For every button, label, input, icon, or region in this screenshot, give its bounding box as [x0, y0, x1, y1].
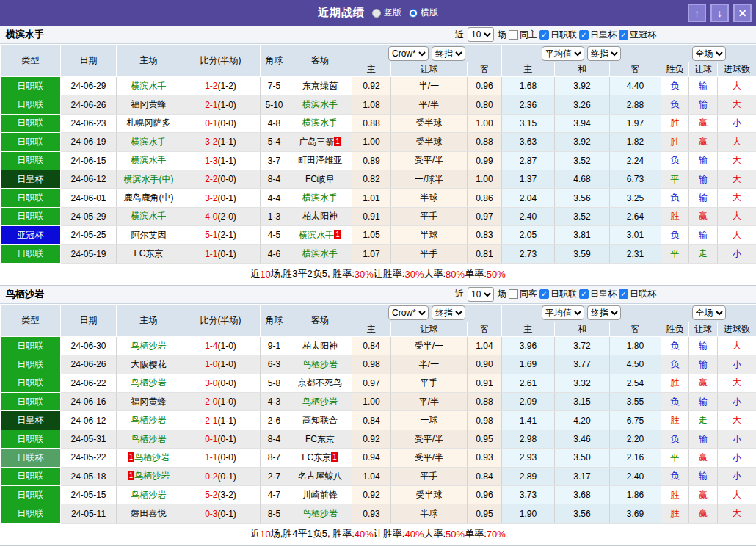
games-count-select[interactable]: 10: [468, 27, 494, 42]
match-row: 日职联24-06-19横滨水手3-2(1-1)5-4广岛三箭11.00受半球0.…: [1, 133, 756, 151]
goals-verdict: 大: [718, 133, 756, 151]
crow-handicap: 平手: [391, 467, 468, 485]
avg-away-odds: 2.20: [610, 430, 661, 448]
up-arrow-icon: ↑: [694, 7, 699, 19]
avg-away-odds: 3.55: [610, 393, 661, 411]
corner-count: 4-6: [261, 244, 288, 263]
league-filter[interactable]: 日联杯: [619, 288, 656, 300]
handicap-verdict: 输: [689, 226, 718, 244]
result-verdict: 平: [661, 449, 689, 467]
col-home: 主场: [117, 45, 181, 77]
away-team-cell: 横滨水手: [288, 189, 352, 207]
goals-verdict: 小: [718, 114, 756, 132]
avg-home-odds: 2.36: [502, 95, 555, 114]
col-crow-handicap: 让球: [391, 62, 468, 77]
move-down-button[interactable]: ↓: [710, 4, 729, 22]
crow-home-odds: 0.94: [352, 449, 391, 467]
team-name: 名古屋鲸八: [298, 471, 342, 481]
scope-select[interactable]: 全场: [692, 46, 726, 61]
fulltime-score: 2-2: [205, 174, 217, 184]
same-venue-filter[interactable]: 同客: [509, 288, 537, 300]
col-crow-home: 主: [352, 62, 391, 77]
same-venue-filter[interactable]: 同主: [509, 29, 537, 41]
team-name: 横滨水手: [302, 117, 338, 128]
league-filter[interactable]: 日职联: [539, 288, 577, 300]
avg-home-odds: 2.40: [502, 207, 555, 225]
competition-type-badge: 日皇杯: [1, 411, 61, 430]
league-filters: 日职联日皇杯日联杯: [539, 288, 656, 300]
league-filter[interactable]: 日皇杯: [579, 288, 617, 300]
fulltime-score: 3-0: [205, 378, 217, 388]
layout-horizontal-radio[interactable]: 横版: [409, 7, 438, 19]
handicap-verdict: 输: [689, 170, 718, 188]
radio-selected-icon[interactable]: [409, 9, 418, 18]
crow-away-odds: 0.96: [468, 77, 502, 95]
red-card-badge: 1: [128, 471, 135, 480]
average-stage-select[interactable]: 终指: [587, 305, 621, 320]
radio-unselected-icon[interactable]: [372, 9, 381, 18]
checkbox-checked-icon[interactable]: [539, 289, 549, 299]
corner-count: 5-8: [261, 374, 288, 392]
average-odds-group: 平均值终指: [502, 45, 661, 62]
average-select[interactable]: 平均值: [542, 305, 584, 320]
layout-vertical-radio[interactable]: 竖版: [372, 7, 401, 19]
score-cell: 1-1(0-0): [181, 449, 261, 467]
bookmaker-stage-select[interactable]: 终指: [432, 305, 465, 320]
home-team-cell: 横滨水手: [117, 207, 181, 225]
score-cell: 5-2(3-2): [181, 486, 261, 504]
home-team-cell: 横滨水手(中): [117, 170, 181, 188]
match-date: 24-06-19: [61, 133, 117, 151]
checkbox-checked-icon[interactable]: [619, 30, 628, 40]
league-filter[interactable]: 日皇杯: [579, 29, 617, 41]
halftime-score: (1-0): [218, 396, 236, 407]
league-filter[interactable]: 亚冠杯: [619, 29, 656, 41]
col-crow-away: 客: [468, 62, 502, 77]
goals-verdict: 大: [718, 170, 756, 188]
team-name: 柏太阳神: [302, 341, 338, 351]
average-stage-select[interactable]: 终指: [587, 46, 621, 61]
summary-text: 场,胜4平1负5, 胜率:: [271, 527, 355, 540]
competition-type-badge: 日职联: [1, 504, 61, 523]
titlebar-center: 近期战绩 竖版 横版: [318, 6, 438, 20]
games-unit-label: 场: [498, 288, 506, 300]
move-up-button[interactable]: ↑: [688, 4, 706, 22]
score-cell: 5-1(2-1): [181, 226, 261, 244]
bookmaker-stage-select[interactable]: 终指: [432, 46, 465, 61]
checkbox-unchecked-icon[interactable]: [509, 30, 518, 40]
competition-type-badge: 日职联: [1, 133, 61, 151]
bookmaker-select[interactable]: Crow*: [388, 46, 429, 61]
match-row: 日职联24-06-30鸟栖沙岩1-4(1-0)9-1柏太阳神0.84受半/一1.…: [1, 336, 756, 355]
summary-stat-value: 10: [260, 269, 270, 280]
close-button[interactable]: ✕: [733, 4, 752, 22]
checkbox-checked-icon[interactable]: [619, 289, 628, 299]
corner-count: 4-5: [261, 226, 288, 244]
games-count-select[interactable]: 10: [468, 287, 494, 302]
checkbox-unchecked-icon[interactable]: [509, 289, 518, 299]
col-date: 日期: [61, 45, 117, 77]
near-label: 近: [455, 29, 464, 41]
team-name: 鸟栖沙岩: [302, 359, 338, 369]
handicap-verdict: 输: [689, 151, 718, 170]
summary-text: 让胜率:: [374, 527, 405, 540]
match-row: 日职联24-05-31鸟栖沙岩0-1(0-1)8-4FC东京0.92受平/半0.…: [1, 430, 756, 448]
bookmaker-select[interactable]: Crow*: [388, 305, 429, 320]
fulltime-score: 3-2: [205, 193, 217, 203]
home-team-cell: 横滨水手: [117, 151, 181, 170]
goals-verdict: 大: [718, 374, 756, 392]
team-name: FC岐阜: [305, 174, 335, 184]
competition-type-badge: 日职联: [1, 393, 61, 411]
goals-verdict: 小: [718, 467, 756, 485]
team-name: 柏太阳神: [302, 211, 338, 221]
scope-select[interactable]: 全场: [692, 305, 726, 320]
competition-type-badge: 日职联: [1, 374, 61, 392]
fulltime-score: 3-2: [205, 137, 217, 147]
crow-away-odds: 0.88: [468, 393, 502, 411]
checkbox-checked-icon[interactable]: [579, 30, 589, 40]
average-select[interactable]: 平均值: [542, 46, 584, 61]
checkbox-checked-icon[interactable]: [579, 289, 589, 299]
summary-stat-value: 80%: [446, 269, 465, 280]
league-filter[interactable]: 日职联: [539, 29, 577, 41]
goals-verdict: 大: [718, 189, 756, 207]
checkbox-checked-icon[interactable]: [539, 30, 549, 40]
handicap-verdict: 输: [689, 467, 718, 485]
